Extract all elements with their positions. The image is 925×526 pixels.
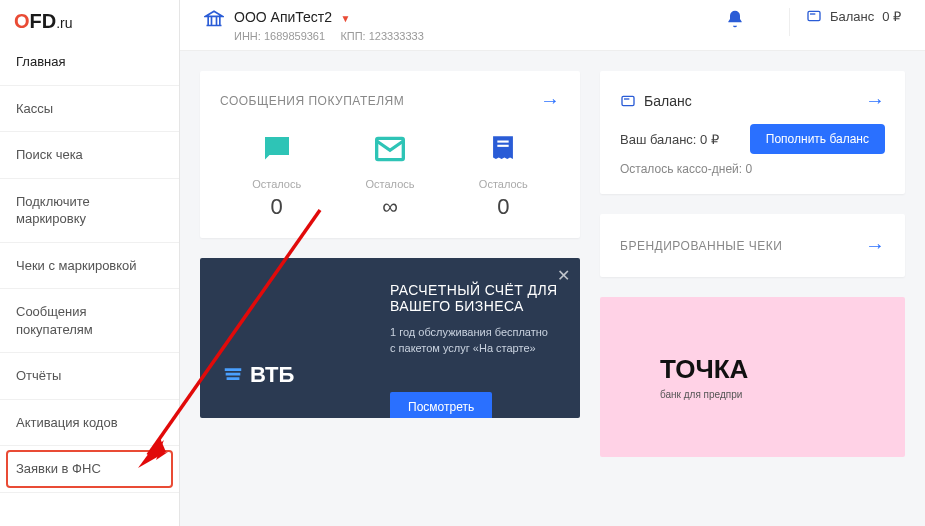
promo-view-button[interactable]: Посмотреть [390, 392, 492, 418]
sidebar: OFD.ru Главная Кассы Поиск чека Подключи… [0, 0, 180, 526]
svg-rect-6 [624, 98, 629, 99]
balance-icon [620, 93, 636, 109]
arrow-right-icon[interactable]: → [865, 234, 885, 257]
balance-card: Баланс → Ваш баланс: 0 ₽ Пополнить балан… [600, 71, 905, 194]
promo-tochka[interactable]: ТОЧКА банк для предпри [600, 297, 905, 457]
sidebar-item-checks-markirovka[interactable]: Чеки с маркировкой [0, 243, 179, 290]
chat-icon [256, 130, 298, 168]
tochka-sub: банк для предпри [660, 389, 905, 400]
your-balance-label: Ваш баланс: [620, 132, 696, 147]
org-name: ООО АпиТест2 [234, 9, 332, 25]
topbar: ООО АпиТест2 ▼ ИНН: 1689859361 КПП: 1233… [180, 0, 925, 51]
separator [789, 8, 790, 36]
sidebar-item-messages[interactable]: Сообщения покупателям [0, 289, 179, 353]
sidebar-item-markirovka-connect[interactable]: Подключите маркировку [0, 179, 179, 243]
sidebar-item-main[interactable]: Главная [0, 39, 179, 86]
tochka-logo: ТОЧКА [660, 354, 905, 385]
branded-card[interactable]: БРЕНДИРОВАННЫЕ ЧЕКИ → [600, 214, 905, 277]
promo-title: РАСЧЕТНЫЙ СЧЁТ ДЛЯ ВАШЕГО БИЗНЕСА [390, 282, 560, 314]
promo-line2: с пакетом услуг «На старте» [390, 342, 560, 354]
days-value: 0 [745, 162, 752, 176]
messages-card: СООБЩЕНИЯ ПОКУПАТЕЛЯМ → Осталось 0 [200, 71, 580, 238]
msg-item-sms: Осталось 0 [252, 130, 301, 220]
sidebar-item-reports[interactable]: Отчёты [0, 353, 179, 400]
sidebar-item-fns[interactable]: Заявки в ФНС [0, 446, 179, 493]
org-selector[interactable]: ООО АпиТест2 ▼ ИНН: 1689859361 КПП: 1233… [204, 8, 424, 42]
branded-title: БРЕНДИРОВАННЫЕ ЧЕКИ [620, 239, 782, 253]
chevron-down-icon: ▼ [341, 13, 351, 24]
main: ООО АпиТест2 ▼ ИНН: 1689859361 КПП: 1233… [180, 0, 925, 526]
svg-rect-1 [810, 13, 815, 14]
msg-item-email: Осталось ∞ [366, 130, 415, 220]
sidebar-item-kassy[interactable]: Кассы [0, 86, 179, 133]
svg-rect-0 [808, 11, 820, 20]
logo: OFD.ru [0, 0, 179, 39]
days-label: Осталось кассо-дней: [620, 162, 742, 176]
promo-line1: 1 год обслуживания бесплатно [390, 326, 560, 338]
svg-rect-3 [498, 141, 509, 143]
svg-rect-4 [498, 145, 509, 147]
arrow-right-icon[interactable]: → [540, 89, 560, 112]
msg-item-receipt: Осталось 0 [479, 130, 528, 220]
balance-card-title: Баланс [644, 93, 692, 109]
mail-icon [369, 130, 411, 168]
balance-label: Баланс [830, 9, 874, 24]
promo-vtb[interactable]: ✕ РАСЧЕТНЫЙ СЧЁТ ДЛЯ ВАШЕГО БИЗНЕСА 1 го… [200, 258, 580, 418]
balance-icon [806, 8, 822, 24]
svg-rect-5 [622, 96, 634, 105]
sidebar-item-search-check[interactable]: Поиск чека [0, 132, 179, 179]
vtb-logo: ВТБ [222, 362, 294, 388]
bell-icon[interactable] [725, 8, 745, 34]
balance-value: 0 ₽ [882, 9, 901, 24]
receipt-icon [482, 130, 524, 168]
arrow-right-icon[interactable]: → [865, 89, 885, 112]
sidebar-item-activation[interactable]: Активация кодов [0, 400, 179, 447]
topbar-balance[interactable]: Баланс 0 ₽ [806, 8, 901, 24]
messages-card-title: СООБЩЕНИЯ ПОКУПАТЕЛЯМ [220, 94, 404, 108]
your-balance-value: 0 ₽ [700, 132, 719, 147]
org-meta: ИНН: 1689859361 КПП: 123333333 [234, 30, 424, 42]
topup-button[interactable]: Пополнить баланс [750, 124, 885, 154]
bank-icon [204, 8, 224, 32]
